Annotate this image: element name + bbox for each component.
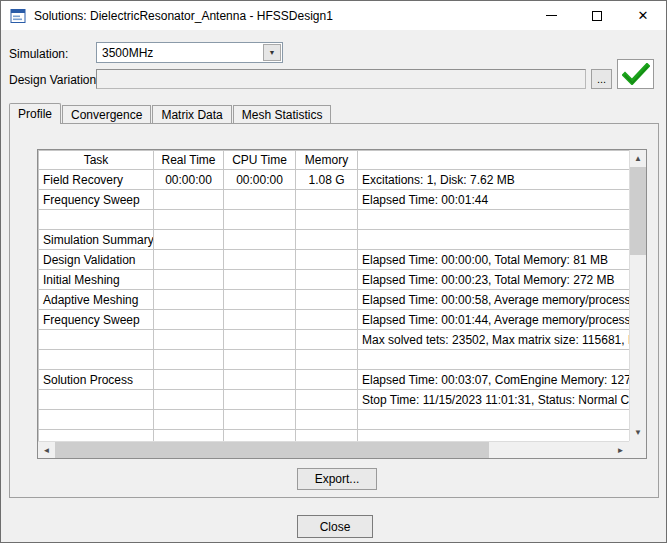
table-row[interactable]: Initial MeshingElapsed Time: 00:00:23, T… [39, 270, 630, 290]
check-icon [622, 63, 650, 85]
horizontal-scroll-thumb[interactable] [55, 442, 489, 458]
table-row[interactable] [39, 410, 630, 430]
table-row[interactable] [39, 210, 630, 230]
table-cell [154, 430, 224, 442]
simulation-value: 3500MHz [97, 46, 263, 60]
design-variation-browse-button[interactable]: ... [591, 69, 612, 89]
table-cell: 00:00:00 [154, 170, 224, 190]
profile-table: Task Real Time CPU Time Memory Field Rec… [38, 150, 629, 441]
scroll-down-button[interactable]: ▼ [630, 424, 646, 441]
table-cell [39, 390, 154, 410]
table-cell [296, 330, 358, 350]
design-variation-field[interactable] [96, 69, 586, 89]
table-cell: Adaptive Meshing [39, 290, 154, 310]
table-row[interactable]: Field Recovery00:00:0000:00:001.08 GExci… [39, 170, 630, 190]
tab-mesh-statistics[interactable]: Mesh Statistics [233, 105, 332, 123]
table-cell: Elapsed Time: 00:00:58, Average memory/p… [358, 290, 630, 310]
table-row[interactable]: Stop Time: 11/15/2023 11:01:31, Status: … [39, 390, 630, 410]
table-cell [296, 310, 358, 330]
table-cell [154, 370, 224, 390]
window-controls: ✕ [528, 1, 666, 30]
tab-profile-label: Profile [18, 107, 52, 121]
table-cell [154, 390, 224, 410]
scroll-right-icon: ► [617, 446, 625, 455]
minimize-button[interactable] [528, 1, 574, 30]
table-cell [296, 230, 358, 250]
table-row[interactable]: Adaptive MeshingElapsed Time: 00:00:58, … [39, 290, 630, 310]
table-cell [154, 270, 224, 290]
profile-table-body: Field Recovery00:00:0000:00:001.08 GExci… [39, 170, 630, 442]
table-cell: Frequency Sweep [39, 190, 154, 210]
simulation-label: Simulation: [9, 47, 68, 61]
tab-mesh-statistics-label: Mesh Statistics [242, 108, 323, 122]
table-cell: Simulation Summary [39, 230, 154, 250]
combobox-dropdown-button[interactable]: ▼ [263, 44, 281, 61]
column-header-cpu-time: CPU Time [224, 151, 296, 170]
validation-check-button[interactable] [617, 59, 654, 89]
table-cell [296, 430, 358, 442]
table-cell [39, 330, 154, 350]
table-cell: Excitations: 1, Disk: 7.62 MB [358, 170, 630, 190]
table-row[interactable] [39, 430, 630, 442]
table-cell [39, 430, 154, 442]
scroll-left-button[interactable]: ◄ [38, 442, 55, 458]
table-cell [39, 350, 154, 370]
close-button[interactable]: ✕ [620, 1, 666, 30]
table-cell [224, 310, 296, 330]
vertical-scroll-thumb[interactable] [630, 167, 646, 255]
profile-tab-panel: Task Real Time CPU Time Memory Field Rec… [9, 123, 659, 498]
table-cell: Elapsed Time: 00:01:44 [358, 190, 630, 210]
table-cell: Initial Meshing [39, 270, 154, 290]
table-cell [224, 350, 296, 370]
export-button[interactable]: Export... [297, 468, 377, 490]
tab-matrix-data-label: Matrix Data [161, 108, 222, 122]
table-cell [296, 190, 358, 210]
table-cell [39, 210, 154, 230]
table-cell [224, 330, 296, 350]
table-cell [224, 250, 296, 270]
table-cell [358, 230, 630, 250]
minimize-icon [546, 15, 557, 16]
table-cell [154, 190, 224, 210]
vertical-scroll-track[interactable] [630, 167, 646, 424]
scroll-up-button[interactable]: ▲ [630, 150, 646, 167]
table-cell [358, 350, 630, 370]
design-variation-label: Design Variation: [9, 73, 100, 87]
table-row[interactable]: Frequency SweepElapsed Time: 00:01:44 [39, 190, 630, 210]
table-row[interactable]: Design ValidationElapsed Time: 00:00:00,… [39, 250, 630, 270]
table-cell [224, 430, 296, 442]
table-cell [296, 290, 358, 310]
tab-convergence[interactable]: Convergence [62, 105, 151, 123]
horizontal-scrollbar[interactable]: ◄ ► [38, 441, 629, 458]
profile-grid: Task Real Time CPU Time Memory Field Rec… [37, 149, 647, 459]
table-row[interactable]: Solution ProcessElapsed Time: 00:03:07, … [39, 370, 630, 390]
table-cell: Elapsed Time: 00:00:00, Total Memory: 81… [358, 250, 630, 270]
column-header-info [358, 151, 630, 170]
table-cell [296, 410, 358, 430]
table-row[interactable]: Frequency SweepElapsed Time: 00:01:44, A… [39, 310, 630, 330]
table-header-row: Task Real Time CPU Time Memory [39, 151, 630, 170]
maximize-button[interactable] [574, 1, 620, 30]
table-cell [154, 250, 224, 270]
table-cell [296, 350, 358, 370]
table-cell [154, 290, 224, 310]
table-row[interactable]: Simulation Summary [39, 230, 630, 250]
column-header-real-time: Real Time [154, 151, 224, 170]
vertical-scrollbar[interactable]: ▲ ▼ [629, 150, 646, 441]
table-cell [39, 410, 154, 430]
tab-matrix-data[interactable]: Matrix Data [152, 105, 231, 123]
titlebar: Solutions: DielectricResonator_Antenna -… [1, 1, 666, 31]
tab-convergence-label: Convergence [71, 108, 142, 122]
table-row[interactable]: Max solved tets: 23502, Max matrix size:… [39, 330, 630, 350]
horizontal-scroll-track[interactable] [55, 442, 612, 458]
table-cell [224, 190, 296, 210]
scroll-left-icon: ◄ [43, 446, 51, 455]
table-cell [154, 410, 224, 430]
table-cell [154, 350, 224, 370]
dialog-close-button[interactable]: Close [297, 515, 373, 538]
simulation-combobox[interactable]: 3500MHz ▼ [96, 42, 283, 63]
tab-profile[interactable]: Profile [9, 103, 61, 124]
table-row[interactable] [39, 350, 630, 370]
table-cell [224, 290, 296, 310]
scroll-right-button[interactable]: ► [612, 442, 629, 458]
